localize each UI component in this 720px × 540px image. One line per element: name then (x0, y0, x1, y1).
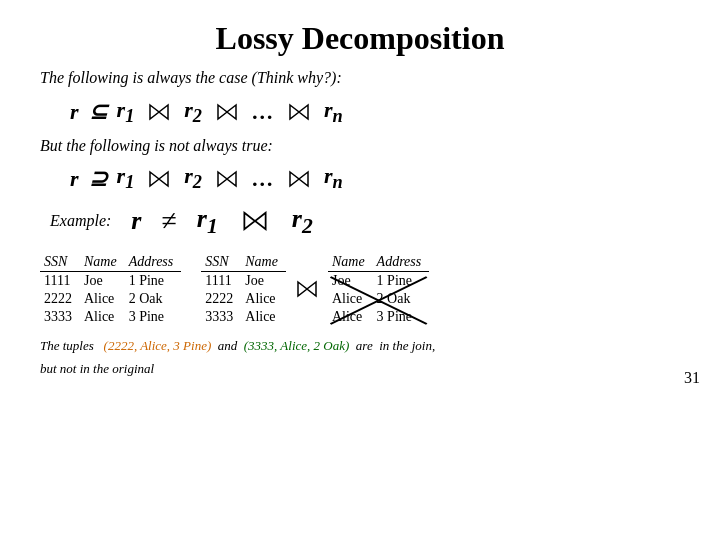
f2-rn: rn (324, 163, 343, 193)
cell: Joe (241, 271, 286, 290)
cell: 2 Oak (125, 290, 182, 308)
f2-ellipsis: … (252, 166, 274, 192)
f1-ellipsis: … (252, 99, 274, 125)
bowtie6-icon (288, 168, 310, 190)
bowtie2-icon (216, 101, 238, 123)
svg-marker-6 (150, 172, 159, 186)
bowtie4-icon (148, 168, 170, 190)
table-row: 2222 Alice (201, 290, 286, 308)
table-r2-col-name: Name (328, 253, 373, 272)
table-row: 3333 Alice (201, 308, 286, 326)
example-r1-val: r1 (197, 204, 218, 239)
cell: Alice (328, 308, 373, 326)
example-r2-val: r2 (292, 204, 313, 239)
svg-marker-0 (150, 105, 159, 119)
note-line2: but not in the original (40, 359, 680, 379)
cell: 2 Oak (373, 290, 430, 308)
but-text: But the following is not always true: (40, 137, 680, 155)
f1-r2: r2 (184, 97, 202, 127)
bowtie5-icon (216, 168, 238, 190)
cell: Alice (80, 290, 125, 308)
cell: Joe (80, 271, 125, 290)
f2-r2: r2 (184, 163, 202, 193)
table-r1: SSN Name 1111 Joe 2222 Alice (201, 253, 286, 326)
f1-r1: r1 (117, 97, 135, 127)
table-row: 3333 Alice 3 Pine (40, 308, 181, 326)
svg-marker-13 (255, 213, 266, 230)
cell: Alice (328, 290, 373, 308)
page-number: 31 (684, 369, 700, 387)
formula1-row: r ⊆ r1 r2 … rn (40, 97, 680, 127)
table-r: SSN Name Address 1111 Joe 1 Pine 2222 Al… (40, 253, 181, 326)
bowtie7-icon (242, 208, 268, 234)
table-r-col-address: Address (125, 253, 182, 272)
cell: Alice (241, 290, 286, 308)
cell: 2222 (40, 290, 80, 308)
intro-text: The following is always the case (Think … (40, 69, 680, 87)
f1-subset: ⊆ (89, 99, 107, 125)
cell: 3 Pine (125, 308, 182, 326)
svg-marker-10 (290, 172, 299, 186)
cell: 3333 (201, 308, 241, 326)
cell: 3 Pine (373, 308, 430, 326)
example-label: Example: (50, 212, 111, 230)
f2-r: r (70, 166, 79, 192)
svg-marker-12 (244, 213, 255, 230)
f1-r: r (70, 99, 79, 125)
example-row: Example: r ≠ r1 r2 (40, 204, 680, 239)
svg-marker-1 (159, 105, 168, 119)
cell: Joe (328, 271, 373, 290)
svg-marker-14 (298, 282, 307, 296)
note-line1: The tuples (2222, Alice, 3 Pine) and (33… (40, 336, 680, 356)
table-r1-col-name: Name (241, 253, 286, 272)
cell: 1111 (40, 271, 80, 290)
bowtie3-icon (288, 101, 310, 123)
table-r-col-name: Name (80, 253, 125, 272)
table-row: 1111 Joe (201, 271, 286, 290)
svg-marker-15 (307, 282, 316, 296)
cell: Alice (80, 308, 125, 326)
page-title: Lossy Decomposition (40, 20, 680, 57)
svg-marker-2 (218, 105, 227, 119)
cell: 2222 (201, 290, 241, 308)
cell: 1111 (201, 271, 241, 290)
not-equal-sym: ≠ (161, 205, 176, 237)
table-r2-container: Name Address Joe 1 Pine Alice 2 Oak (328, 253, 429, 326)
svg-marker-3 (227, 105, 236, 119)
f2-superset: ⊇ (89, 166, 107, 192)
table-r2: Name Address Joe 1 Pine Alice 2 Oak (328, 253, 429, 326)
cell: 1 Pine (125, 271, 182, 290)
table-row: 1111 Joe 1 Pine (40, 271, 181, 290)
table-r1-wrapper: SSN Name 1111 Joe 2222 Alice (201, 253, 286, 326)
table-r-wrapper: SSN Name Address 1111 Joe 1 Pine 2222 Al… (40, 253, 181, 326)
f1-rn: rn (324, 97, 343, 127)
tables-area: SSN Name Address 1111 Joe 1 Pine 2222 Al… (40, 253, 680, 326)
example-r-val: r (131, 206, 141, 236)
cell: 1 Pine (373, 271, 430, 290)
formula2-row: r ⊇ r1 r2 … rn (40, 163, 680, 193)
cell: Alice (241, 308, 286, 326)
svg-marker-7 (159, 172, 168, 186)
page: Lossy Decomposition The following is alw… (0, 0, 720, 399)
table-r2-col-address: Address (373, 253, 430, 272)
r1-section: SSN Name 1111 Joe 2222 Alice (201, 253, 429, 326)
bowtie1-icon (148, 101, 170, 123)
table-row: Alice 2 Oak (328, 290, 429, 308)
f2-r1: r1 (117, 163, 135, 193)
bowtie8-icon (296, 278, 318, 300)
table-r1-col-ssn: SSN (201, 253, 241, 272)
svg-marker-4 (290, 105, 299, 119)
svg-marker-9 (227, 172, 236, 186)
table-r-col-ssn: SSN (40, 253, 80, 272)
table-row: Alice 3 Pine (328, 308, 429, 326)
svg-marker-5 (299, 105, 308, 119)
table-row: Joe 1 Pine (328, 271, 429, 290)
svg-marker-11 (299, 172, 308, 186)
cell: 3333 (40, 308, 80, 326)
svg-marker-8 (218, 172, 227, 186)
note-tuple1: (2222, Alice, 3 Pine) (104, 338, 212, 353)
table-row: 2222 Alice 2 Oak (40, 290, 181, 308)
note-tuple2: (3333, Alice, 2 Oak) (244, 338, 350, 353)
